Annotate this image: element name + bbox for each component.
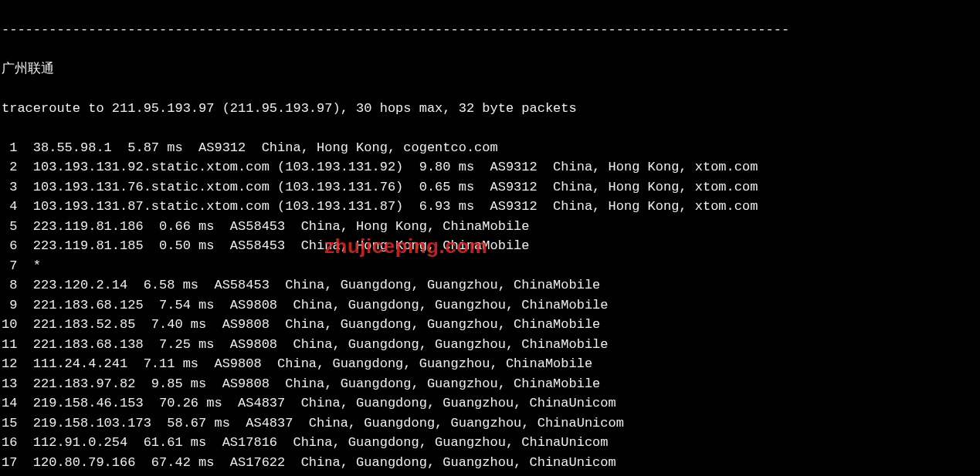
hop-line: 13 221.183.97.82 9.85 ms AS9808 China, G…: [2, 374, 978, 394]
hop-line: 9 221.183.68.125 7.54 ms AS9808 China, G…: [2, 295, 978, 316]
trace-header: traceroute to 211.95.193.97 (211.95.193.…: [2, 99, 978, 119]
hop-line: 5 223.119.81.186 0.66 ms AS58453 China, …: [2, 217, 978, 237]
hop-line: 17 120.80.79.166 67.42 ms AS17622 China,…: [2, 453, 978, 473]
divider-line: ----------------------------------------…: [2, 20, 978, 40]
hop-line: 8 223.120.2.14 6.58 ms AS58453 China, Gu…: [2, 275, 978, 295]
hop-line: 6 223.119.81.185 0.50 ms AS58453 China, …: [2, 236, 978, 256]
hop-line: 1 38.55.98.1 5.87 ms AS9312 China, Hong …: [2, 138, 978, 158]
hop-line: 3 103.193.131.76.static.xtom.com (103.19…: [2, 177, 978, 197]
hop-line: 4 103.193.131.87.static.xtom.com (103.19…: [2, 197, 978, 217]
hop-line: 14 219.158.46.153 70.26 ms AS4837 China,…: [2, 393, 978, 414]
hop-line: 15 219.158.103.173 58.67 ms AS4837 China…: [2, 414, 978, 434]
hop-line: 11 221.183.68.138 7.25 ms AS9808 China, …: [2, 335, 978, 355]
hop-line: 18 58.248.191.134 107.67 ms AS17622 Chin…: [2, 472, 978, 476]
hop-line: 2 103.193.131.92.static.xtom.com (103.19…: [2, 157, 978, 177]
trace-title: 广州联通: [2, 59, 978, 79]
hop-line: 7 *: [2, 256, 978, 276]
terminal-output[interactable]: ----------------------------------------…: [0, 0, 980, 476]
hop-line: 10 221.183.52.85 7.40 ms AS9808 China, G…: [2, 315, 978, 335]
hop-list: 1 38.55.98.1 5.87 ms AS9312 China, Hong …: [2, 138, 978, 477]
hop-line: 12 111.24.4.241 7.11 ms AS9808 China, Gu…: [2, 354, 978, 374]
hop-line: 16 112.91.0.254 61.61 ms AS17816 China, …: [2, 433, 978, 453]
